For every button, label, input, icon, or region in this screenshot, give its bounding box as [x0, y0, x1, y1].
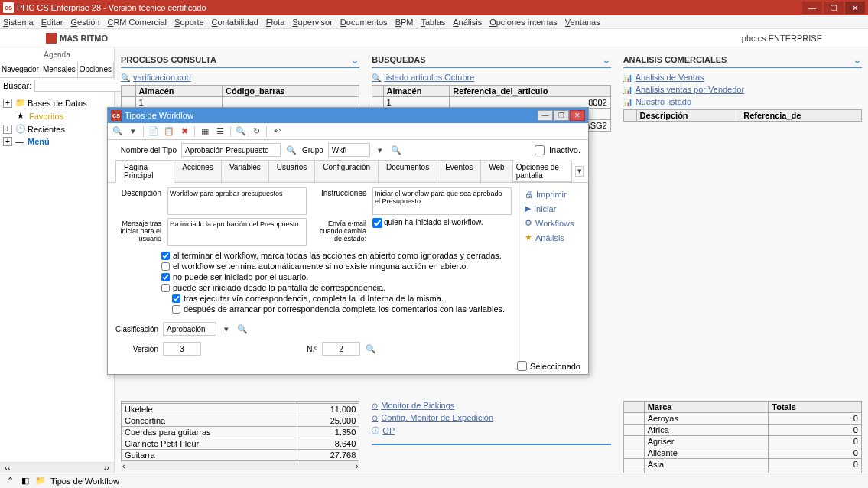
inactivo-checkbox[interactable] [535, 145, 545, 155]
modal-maximize[interactable]: ❐ [554, 110, 569, 121]
checkbox-item[interactable]: el workflow se termina automáticamente s… [161, 261, 512, 272]
search-icon[interactable]: 🔍 [365, 343, 377, 355]
sidebar-tab-opciones[interactable]: Opciones [78, 62, 114, 77]
sidebar-collapse-left[interactable]: ‹‹ [5, 463, 10, 473]
grupo-input[interactable] [328, 143, 370, 157]
menu-contabilidad[interactable]: Contabilidad [212, 18, 258, 27]
modal-toolbar: 🔍 ▾ 📄 📋 ✖ ▦ ☰ 🔍 ↻ ↶ [108, 123, 588, 140]
dropdown-icon[interactable]: ▾ [128, 126, 138, 137]
config-link[interactable]: ⊙ Config. Monitor de Expedición [372, 412, 610, 424]
monitor-link[interactable]: ⊙ Monitor de Pickings [372, 399, 610, 412]
sidebar-tab-mensajes[interactable]: Mensajes [41, 62, 78, 77]
refresh-icon[interactable]: ↻ [251, 126, 262, 137]
panel-title: PROCESOS CONSULTA [121, 55, 216, 64]
checkbox-item[interactable]: tras ejecutar vía correspondencia, compl… [161, 293, 512, 304]
tab-variables[interactable]: Variables [221, 160, 269, 182]
class-input[interactable] [163, 322, 216, 336]
app-title: PHC CS Enterprise 28 - Versión técnico c… [17, 3, 206, 12]
menu-ventanas[interactable]: Ventanas [565, 18, 600, 27]
panel-link[interactable]: 📊 Analisis ventas por Vendedor [623, 83, 862, 96]
tree-item[interactable]: +🕒Recientes [3, 122, 111, 135]
dropdown-icon[interactable]: ▾ [221, 324, 232, 334]
opts-label[interactable]: Opciones de pantalla [512, 161, 573, 182]
new-icon[interactable]: 📄 [148, 126, 159, 137]
tree-item[interactable]: +📁Bases de Datos [3, 96, 111, 109]
dropdown-icon[interactable]: ▾ [575, 166, 584, 177]
seleccionado-checkbox[interactable] [517, 361, 527, 371]
menu-crm[interactable]: CRM Comercial [107, 18, 167, 27]
nombre-input[interactable] [181, 143, 281, 157]
desc-input[interactable]: Workflow para aprobar presupuestos [167, 187, 307, 215]
menu-supervisor[interactable]: Supervisor [292, 18, 333, 27]
side-link[interactable]: ⚙Workflows [525, 216, 584, 230]
tab-acciones[interactable]: Acciones [174, 160, 222, 182]
search-icon[interactable]: 🔍 [112, 126, 123, 137]
menu-editar[interactable]: Editar [41, 18, 63, 27]
status-expand-icon[interactable]: ⌃ [5, 476, 15, 486]
status-folder-icon[interactable]: 📁 [35, 476, 46, 486]
menu-flota[interactable]: Flota [266, 18, 284, 27]
modal-close[interactable]: ✕ [570, 110, 585, 121]
close-button[interactable]: ✕ [845, 2, 865, 14]
msg-input[interactable]: Ha iniciado la aprobación del Presupuest… [167, 218, 307, 246]
search-icon[interactable]: 🔍 [390, 144, 402, 156]
scroll-right[interactable]: › [356, 461, 359, 470]
menu-sistema[interactable]: Sistema [3, 18, 34, 27]
panel-title: ANALISIS COMERCIALES [623, 55, 727, 64]
panel-link[interactable]: 📊 Nuestro listado [623, 96, 862, 108]
side-link[interactable]: ▶Iniciar [525, 201, 584, 216]
email-label: Envía e-mail cuando cambia de estado: [313, 218, 366, 242]
menu-bpm[interactable]: BPM [395, 18, 414, 27]
delete-icon[interactable]: ✖ [179, 126, 190, 137]
status-tab[interactable]: Tipos de Workflow [50, 477, 119, 486]
tab-pagina[interactable]: Página Principal [115, 160, 174, 183]
chevron-down-icon[interactable]: ⌄ [853, 54, 862, 66]
menu-opciones[interactable]: Opciones internas [489, 18, 558, 27]
panel-link[interactable]: 🔍 varificacion.cod [121, 71, 359, 83]
ver-input[interactable] [163, 342, 201, 356]
checkbox-item[interactable]: puede ser iniciado desde la pantalla de … [161, 282, 512, 293]
sidebar-collapse-right[interactable]: ›› [104, 463, 109, 473]
side-link[interactable]: 🖨Imprimir [525, 187, 584, 201]
back-icon[interactable]: ↶ [271, 126, 282, 137]
minimize-button[interactable]: — [802, 2, 822, 14]
copy-icon[interactable]: 📋 [164, 126, 174, 137]
side-link[interactable]: ★Análisis [525, 230, 584, 245]
tree-item[interactable]: ★Favoritos [3, 109, 111, 122]
grupo-label: Grupo [302, 146, 323, 155]
panel-link[interactable]: 📊 Analisis de Ventas [623, 71, 862, 83]
menu-documentos[interactable]: Documentos [340, 18, 388, 27]
list-icon[interactable]: ☰ [215, 126, 226, 137]
tree-item[interactable]: +—Menú [3, 135, 111, 148]
email-checkbox[interactable] [372, 218, 382, 228]
op-link[interactable]: ⓘ OP [372, 424, 610, 438]
search-icon[interactable]: 🔍 [285, 144, 297, 156]
scroll-left[interactable]: ‹ [122, 461, 125, 470]
menu-gestion[interactable]: Gestión [71, 18, 100, 27]
tab-web[interactable]: Web [480, 160, 512, 182]
sidebar-tab-navegador[interactable]: Navegador [0, 62, 41, 77]
tab-config[interactable]: Configuración [314, 160, 379, 182]
menu-soporte[interactable]: Soporte [174, 18, 204, 27]
inst-input[interactable]: Iniciar el workflow para que sea aprobad… [372, 187, 512, 215]
modal-minimize[interactable]: — [538, 110, 553, 121]
chevron-down-icon[interactable]: ⌄ [350, 54, 359, 66]
tab-documentos[interactable]: Documentos [378, 160, 437, 182]
grid-icon[interactable]: ▦ [200, 126, 210, 137]
checkbox-item[interactable]: al terminar el workflow, marca todas las… [161, 250, 512, 261]
tab-usuarios[interactable]: Usuarios [268, 160, 315, 182]
zoom-icon[interactable]: 🔍 [236, 126, 246, 137]
num-input[interactable] [322, 342, 360, 356]
menu-tablas[interactable]: Tablas [421, 18, 445, 27]
checkbox-item[interactable]: no puede ser iniciado por el usuario. [161, 272, 512, 282]
status-window-icon[interactable]: ◧ [20, 476, 31, 486]
dropdown-icon[interactable]: ▾ [375, 145, 385, 155]
maximize-button[interactable]: ❐ [824, 2, 844, 14]
checkbox-item[interactable]: después de arrancar por correspondencia … [161, 304, 512, 314]
panel-link[interactable]: 🔍 listado articulos Octubre [372, 71, 610, 83]
menu-analisis[interactable]: Análisis [453, 18, 482, 27]
ver-label: Versión [115, 345, 158, 353]
search-icon[interactable]: 🔍 [236, 323, 249, 335]
tab-eventos[interactable]: Eventos [437, 160, 481, 182]
chevron-down-icon[interactable]: ⌄ [602, 54, 611, 66]
